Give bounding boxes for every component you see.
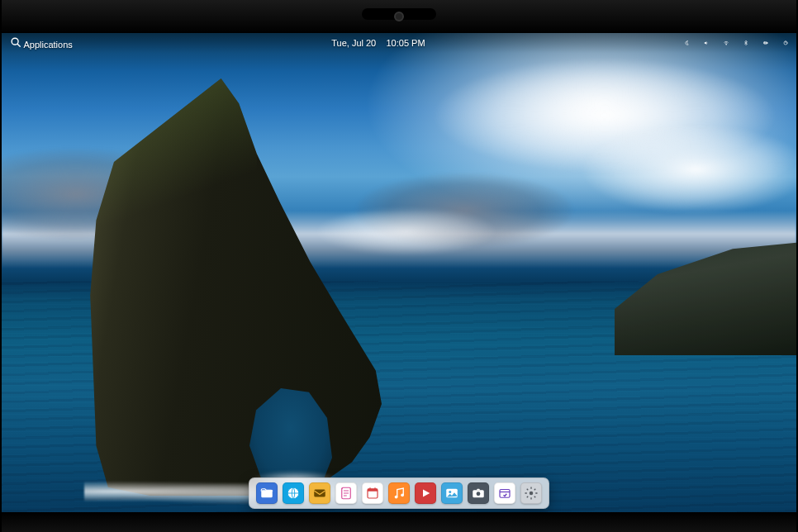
dock-item-camera[interactable] [468, 482, 489, 504]
dock-item-app-center[interactable] [494, 482, 515, 504]
svg-rect-5 [764, 42, 767, 43]
bluetooth-indicator[interactable] [740, 37, 752, 49]
svg-rect-14 [368, 489, 378, 492]
volume-indicator[interactable] [701, 37, 712, 49]
nightlight-indicator[interactable] [681, 37, 692, 49]
svg-point-17 [395, 496, 398, 499]
svg-point-18 [401, 493, 404, 496]
laptop-bezel-top [0, 0, 798, 33]
power-indicator[interactable] [760, 37, 772, 49]
svg-point-2 [726, 45, 727, 45]
dock-item-calendar[interactable] [362, 482, 383, 504]
laptop-bezel-bottom [0, 512, 798, 532]
svg-rect-4 [767, 42, 768, 43]
svg-point-21 [449, 491, 451, 493]
svg-point-25 [530, 492, 534, 496]
dock-item-tasks[interactable] [335, 482, 357, 504]
svg-marker-19 [423, 490, 430, 497]
applications-menu-button[interactable]: Applications [7, 35, 76, 51]
dock-item-web-browser[interactable] [283, 482, 304, 504]
panel-date-label: Tue, Jul 20 [331, 38, 376, 48]
datetime-indicator[interactable]: Tue, Jul 20 10:05 PM [328, 36, 428, 50]
svg-line-1 [17, 44, 20, 46]
applications-menu-label: Applications [23, 40, 72, 50]
dock-item-mail[interactable] [309, 482, 330, 504]
desktop-screen: Applications Tue, Jul 20 10:05 PM [2, 33, 796, 512]
search-icon [10, 36, 21, 48]
dock-item-photos[interactable] [441, 482, 463, 504]
svg-point-23 [477, 492, 481, 496]
wallpaper-cloud [580, 124, 796, 215]
session-indicator[interactable] [780, 37, 791, 49]
panel-time-label: 10:05 PM [386, 38, 425, 48]
dock-item-files[interactable] [256, 482, 278, 504]
network-indicator[interactable] [720, 37, 732, 49]
dock-item-videos[interactable] [415, 482, 436, 504]
top-panel: Applications Tue, Jul 20 10:05 PM [2, 33, 796, 53]
svg-rect-8 [261, 490, 273, 497]
svg-rect-11 [314, 490, 325, 497]
wallpaper-cloud [316, 207, 497, 256]
dock [249, 477, 549, 509]
dock-item-music[interactable] [388, 482, 410, 504]
dock-item-settings[interactable] [520, 482, 542, 504]
